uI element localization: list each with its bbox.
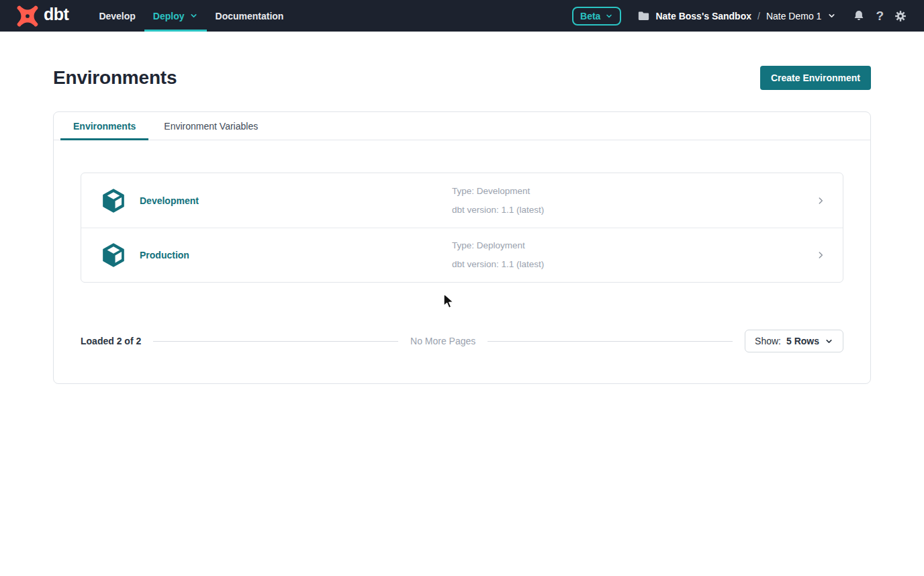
rows-per-page-dropdown[interactable]: Show: 5 Rows: [745, 330, 843, 352]
card-tabs: Environments Environment Variables: [54, 112, 870, 140]
environment-version: dbt version: 1.1 (latest): [452, 201, 808, 220]
environment-meta: Type: Deployment dbt version: 1.1 (lates…: [452, 236, 808, 274]
create-environment-button[interactable]: Create Environment: [760, 66, 871, 90]
pagination-bar: Loaded 2 of 2 No More Pages Show: 5 Rows: [81, 330, 843, 352]
environments-card: Environments Environment Variables Devel…: [53, 111, 871, 384]
environment-link[interactable]: Production: [140, 250, 189, 260]
question-mark-icon[interactable]: ?: [876, 9, 884, 22]
environment-type: Type: Deployment: [452, 236, 808, 255]
divider-line: [153, 341, 398, 342]
beta-label: Beta: [580, 11, 600, 21]
loaded-count-label: Loaded 2 of 2: [81, 336, 141, 346]
folder-icon: [638, 11, 649, 21]
no-more-pages-label: No More Pages: [410, 336, 475, 346]
nav-item-documentation[interactable]: Documentation: [207, 0, 293, 32]
top-nav: dbt Develop Deploy Documentation Beta Na…: [0, 0, 924, 32]
dbt-logo-icon: [16, 5, 39, 28]
environment-row-left: Production: [101, 242, 452, 268]
project-name: Nate Demo 1: [766, 11, 821, 21]
tab-environments[interactable]: Environments: [59, 112, 150, 140]
chevron-down-icon: [605, 12, 613, 20]
settings-gear-icon[interactable]: [894, 10, 907, 22]
dbt-logo[interactable]: dbt: [16, 5, 68, 28]
environment-row-development[interactable]: Development Type: Development dbt versio…: [81, 173, 843, 228]
page-title: Environments: [53, 67, 177, 89]
card-body: Development Type: Development dbt versio…: [54, 140, 870, 383]
environment-cube-icon: [101, 242, 126, 268]
chevron-down-icon: [189, 11, 198, 20]
environment-row-production[interactable]: Production Type: Deployment dbt version:…: [81, 228, 843, 282]
nav-icon-buttons: ?: [853, 9, 907, 22]
dbt-logo-text: dbt: [44, 6, 68, 26]
page-header: Environments Create Environment: [0, 66, 924, 90]
primary-nav: Develop Deploy Documentation: [90, 0, 292, 32]
show-label: Show:: [755, 336, 781, 346]
question-glyph: ?: [876, 9, 884, 22]
chevron-down-icon: [825, 337, 833, 346]
nav-right-section: Beta Nate Boss's Sandbox / Nate Demo 1: [572, 7, 907, 26]
tab-environment-variables[interactable]: Environment Variables: [150, 112, 272, 140]
environment-meta: Type: Development dbt version: 1.1 (late…: [452, 182, 808, 220]
notifications-bell-icon[interactable]: [853, 9, 865, 22]
environment-row-left: Development: [101, 188, 452, 213]
show-value: 5 Rows: [786, 336, 819, 346]
chevron-right-icon: [816, 250, 825, 260]
nav-item-deploy-label: Deploy: [153, 11, 185, 21]
chevron-right-icon: [816, 196, 825, 205]
beta-dropdown[interactable]: Beta: [572, 7, 621, 26]
breadcrumb-separator: /: [757, 11, 760, 21]
environment-link[interactable]: Development: [140, 195, 199, 206]
environment-list: Development Type: Development dbt versio…: [81, 173, 843, 283]
chevron-down-icon: [827, 11, 836, 20]
environment-cube-icon: [101, 188, 126, 213]
account-project-switcher[interactable]: Nate Boss's Sandbox / Nate Demo 1: [638, 11, 836, 21]
nav-item-develop[interactable]: Develop: [90, 0, 144, 32]
environment-type: Type: Development: [452, 182, 808, 201]
account-name: Nate Boss's Sandbox: [655, 11, 751, 21]
nav-item-deploy[interactable]: Deploy: [144, 0, 207, 32]
environment-version: dbt version: 1.1 (latest): [452, 255, 808, 274]
divider-line: [488, 341, 733, 342]
